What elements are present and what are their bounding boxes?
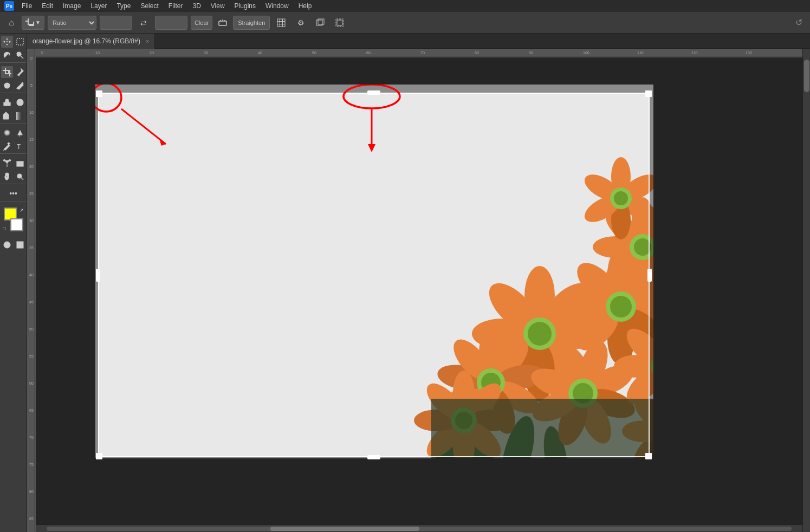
svg-point-135 [548,339,592,394]
right-scrollbar-thumb[interactable] [804,60,809,92]
text-tool[interactable]: T [14,140,26,152]
tab-close-button[interactable]: × [146,38,149,44]
svg-point-113 [421,416,469,458]
content-aware-button[interactable] [332,16,348,30]
crop-handle-middle-right[interactable] [647,269,652,282]
lasso-tool[interactable] [1,49,13,61]
svg-point-103 [438,375,492,420]
crop-tool-button[interactable]: ▼ [22,16,44,30]
svg-point-125 [600,204,647,252]
menu-view[interactable]: View [206,1,229,11]
document-tab[interactable]: orange-flower.jpg @ 16.7% (RGB/8#) × [27,34,155,49]
svg-point-127 [634,238,651,256]
crop-handle-middle-left[interactable] [96,269,100,282]
svg-point-138 [653,316,653,362]
left-toolbar: T ••• ↗ □ [0,34,27,532]
menu-3d[interactable]: 3D [188,1,205,11]
crop-handle-bottom-right[interactable] [645,453,652,459]
svg-text:25: 25 [29,192,34,196]
undo-button[interactable]: ↺ [792,16,806,30]
menu-window[interactable]: Window [261,1,293,11]
bottom-scrollbar-track[interactable] [47,527,792,531]
svg-point-109 [459,378,507,425]
ratio-dropdown[interactable]: Ratio [48,16,96,30]
menu-help[interactable]: Help [294,1,316,11]
path-select-tool[interactable] [1,157,13,169]
crop-handle-top-right[interactable] [645,90,652,97]
grid-overlay-button[interactable] [273,16,289,30]
svg-point-87 [607,248,634,300]
dodge-tool[interactable] [14,127,26,139]
svg-point-108 [453,371,475,416]
hand-tool[interactable] [1,171,13,183]
more-tools-button[interactable]: ••• [8,187,20,199]
home-button[interactable]: ⌂ [4,16,18,30]
height-input[interactable] [155,16,187,30]
pen-tool[interactable] [1,140,13,152]
svg-point-94 [570,256,626,312]
svg-point-102 [461,384,500,438]
menu-plugins[interactable]: Plugins [230,1,260,11]
crop-handle-top-center[interactable] [367,90,380,95]
svg-point-96 [610,296,632,317]
menu-type[interactable]: Type [112,1,135,11]
crop-handle-bottom-left[interactable] [96,453,102,459]
svg-rect-36 [18,243,22,247]
svg-rect-4 [277,19,285,27]
reset-colors-icon[interactable]: □ [3,226,6,231]
zoom-tool[interactable] [14,171,26,183]
svg-text:110: 110 [637,51,644,55]
toggle-channels[interactable] [1,239,13,251]
switch-colors-icon[interactable]: ↗ [20,207,24,213]
menu-image[interactable]: Image [59,1,85,11]
eyedropper-tool[interactable] [14,66,26,78]
svg-point-95 [606,291,636,322]
svg-point-133 [528,384,584,428]
menu-bar: Ps File Edit Image Layer Type Select Fil… [0,0,810,12]
spot-heal-tool[interactable] [1,80,13,92]
menu-layer[interactable]: Layer [86,1,111,11]
crop-handle-top-left[interactable] [96,90,102,97]
straighten-sample-button[interactable] [216,16,230,30]
width-input[interactable] [100,16,132,30]
clear-button[interactable]: Clear [191,16,212,30]
eraser-tool[interactable] [1,110,13,122]
background-color[interactable] [10,218,23,231]
svg-point-111 [459,416,507,458]
svg-point-153 [628,427,653,458]
swap-dimensions-button[interactable]: ⇄ [135,16,152,30]
gradient-tool[interactable] [14,110,26,122]
menu-file[interactable]: File [17,1,36,11]
canvas-document[interactable] [95,85,653,458]
svg-text:0: 0 [41,51,43,55]
marquee-tool[interactable] [14,36,26,48]
menu-select[interactable]: Select [136,1,163,11]
crop-tool[interactable] [1,66,13,78]
svg-point-91 [607,313,634,365]
svg-point-77 [524,266,555,326]
svg-text:60: 60 [29,381,34,385]
svg-point-27 [3,160,5,161]
toggle-frame[interactable] [14,239,26,251]
svg-point-137 [573,383,593,404]
brush-tool[interactable] [14,80,26,92]
blur-tool[interactable] [1,127,13,139]
right-scrollbar [802,49,810,532]
svg-point-88 [616,256,653,312]
crop-handle-bottom-center[interactable] [367,455,380,459]
history-brush-tool[interactable] [14,96,26,108]
svg-point-142 [653,370,653,417]
stamp-tool[interactable] [1,96,13,108]
svg-point-167 [95,85,121,112]
menu-edit[interactable]: Edit [37,1,57,11]
straighten-button[interactable]: Straighten [233,16,270,30]
crop-settings-button[interactable]: ⚙ [293,16,309,30]
crop-overlay-button[interactable] [312,16,328,30]
move-tool[interactable] [1,36,13,48]
shape-tool[interactable] [14,157,26,169]
horizontal-ruler: 0 10 20 30 40 50 60 70 80 90 100 110 [36,49,802,57]
bottom-scrollbar-thumb[interactable] [270,527,419,531]
menu-filter[interactable]: Filter [164,1,187,11]
svg-text:75: 75 [29,463,34,466]
quick-select-tool[interactable] [14,49,26,61]
